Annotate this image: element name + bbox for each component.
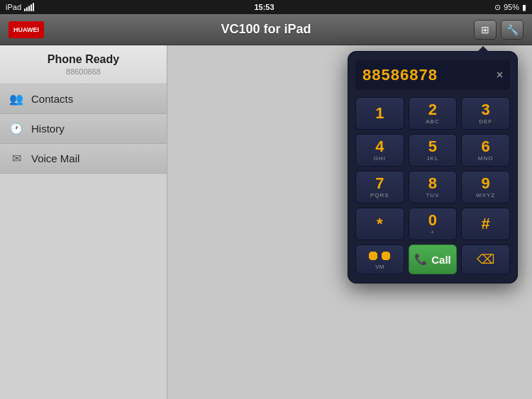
status-left: iPad (6, 3, 34, 11)
grid-button[interactable]: ⊞ (474, 20, 497, 40)
contacts-icon: 👥 (9, 91, 24, 107)
dial-key-1[interactable]: 1 (355, 97, 404, 130)
dial-key-4[interactable]: 4 GHI (355, 134, 404, 167)
dial-key-star[interactable]: * (355, 208, 404, 240)
dialpad-bottom-row: ⏺⏺ VM 📞 Call ⌫ (355, 245, 510, 274)
dialpad-close-button[interactable]: × (497, 69, 503, 82)
content-area: 88586878 × 1 2 ABC 3 DEF 4 (167, 45, 532, 399)
dial-key-hash[interactable]: # (461, 208, 510, 240)
call-button[interactable]: 📞 Call (409, 245, 458, 274)
dial-key-3[interactable]: 3 DEF (461, 97, 510, 130)
dial-key-9[interactable]: 9 WXYZ (461, 171, 510, 203)
carrier-label: iPad (6, 3, 21, 11)
wifi-icon: ⊙ (494, 3, 501, 12)
wrench-icon: 🔧 (506, 24, 519, 35)
huawei-logo: HUAWEI (9, 21, 44, 38)
phone-status-title: Phone Ready (48, 53, 119, 66)
dial-key-7[interactable]: 7 PQRS (355, 171, 404, 203)
delete-button[interactable]: ⌫ (461, 245, 510, 274)
dial-key-8[interactable]: 8 TUV (409, 171, 458, 203)
dialed-number: 88586878 (362, 66, 438, 84)
title-bar: HUAWEI VC100 for iPad ⊞ 🔧 (0, 14, 532, 45)
app-title: VC100 for iPad (221, 22, 311, 37)
voicemail-icon: ✉ (9, 151, 24, 167)
phone-status-number: 88600868 (66, 67, 101, 76)
title-bar-buttons: ⊞ 🔧 (474, 20, 523, 40)
sidebar-item-voicemail[interactable]: ✉ Voice Mail (0, 144, 167, 174)
battery-icon: ▮ (522, 3, 526, 12)
dial-key-0[interactable]: 0 + (409, 208, 458, 240)
grid-icon: ⊞ (481, 24, 489, 35)
sidebar: Phone Ready 88600868 👥 Contacts 🕐 Histor… (0, 45, 167, 399)
voicemail-tape-icon: ⏺⏺ (367, 249, 392, 264)
status-bar: iPad 15:53 ⊙ 95% ▮ (0, 0, 532, 14)
signal-icon (24, 3, 34, 11)
main-layout: Phone Ready 88600868 👥 Contacts 🕐 Histor… (0, 45, 532, 399)
voicemail-button[interactable]: ⏺⏺ VM (355, 245, 404, 274)
history-icon: 🕐 (9, 121, 24, 137)
status-right: ⊙ 95% ▮ (494, 3, 526, 12)
dialpad-popup: 88586878 × 1 2 ABC 3 DEF 4 (348, 51, 518, 283)
call-label: Call (431, 254, 451, 266)
dialpad-display: 88586878 × (355, 60, 510, 90)
sidebar-item-contacts[interactable]: 👥 Contacts (0, 84, 167, 114)
voicemail-label: Voice Mail (31, 152, 79, 164)
dialpad-keys-grid: 1 2 ABC 3 DEF 4 GHI 5 JKL (355, 97, 510, 240)
dial-key-5[interactable]: 5 JKL (409, 134, 458, 167)
contacts-label: Contacts (31, 93, 73, 105)
status-time: 15:53 (254, 3, 274, 11)
phone-icon: 📞 (414, 253, 428, 266)
battery-label: 95% (504, 3, 519, 11)
dial-key-6[interactable]: 6 MNO (461, 134, 510, 167)
sidebar-item-history[interactable]: 🕐 History (0, 114, 167, 144)
backspace-icon: ⌫ (477, 252, 494, 267)
dial-key-2[interactable]: 2 ABC (409, 97, 458, 130)
phone-ready-header: Phone Ready 88600868 (0, 45, 167, 84)
settings-button[interactable]: 🔧 (501, 20, 523, 40)
history-label: History (31, 123, 65, 135)
